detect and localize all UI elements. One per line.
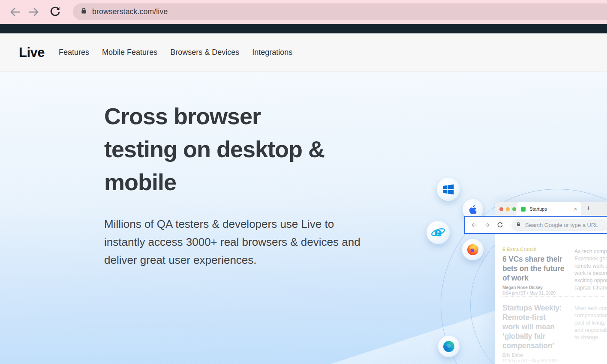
windows-icon <box>437 178 460 201</box>
article-2-title: Startups Weekly: Remote-first work will … <box>502 303 562 350</box>
tab-favicon <box>521 207 526 212</box>
browserstack-live-page: browserstack.com/live Live Features Mobi… <box>0 0 607 364</box>
hero-description: instantly access 3000+ real browsers & d… <box>104 233 361 251</box>
nav-item-features[interactable]: Features <box>59 48 89 57</box>
page-title: testing on desktop & <box>104 133 325 166</box>
back-icon[interactable] <box>9 6 21 18</box>
brand-live[interactable]: Live <box>19 45 45 60</box>
address-bar[interactable]: browserstack.com/live <box>73 3 607 20</box>
hero-description: Millions of QA testers & developers use … <box>104 215 334 233</box>
article-1-excerpt: As tech companie Facebook gear up remote… <box>574 248 607 292</box>
article-separator <box>502 362 607 362</box>
firefox-icon <box>462 239 484 260</box>
mock-back-icon <box>471 221 478 229</box>
mock-reload-icon <box>496 221 504 229</box>
reload-icon[interactable] <box>48 5 61 18</box>
mock-lock-icon <box>516 221 521 229</box>
article-tag: Ė Extra Crunch <box>502 247 537 252</box>
hero-description: deliver great user experiences. <box>104 251 257 269</box>
mock-search-field: Search Google or type a URL <box>511 219 607 231</box>
dark-status-strip <box>0 24 607 33</box>
browser-chrome: browserstack.com/live <box>0 0 607 24</box>
tab-title: Startups <box>529 206 547 212</box>
traffic-light-red <box>499 207 503 211</box>
article-2-author: Eric Eldon <box>502 353 523 358</box>
page-title: Cross browser <box>104 100 261 133</box>
tab-close-icon: × <box>574 206 577 212</box>
mock-browser-content: Ė Extra Crunch 6 VCs share their bets on… <box>495 234 607 364</box>
mock-search-placeholder: Search Google or type a URL <box>525 222 598 228</box>
nav-item-mobile-features[interactable]: Mobile Features <box>102 48 157 57</box>
svg-text:e: e <box>434 226 442 239</box>
article-2-date: 11:30 pm IST • May 30, 2020 <box>502 358 558 363</box>
mock-address-bar: Search Google or type a URL <box>464 216 607 234</box>
mock-forward-icon <box>484 221 491 229</box>
article-1-title: 6 VCs share their bets on the future of … <box>502 254 564 283</box>
article-1-author: Megan Rose Dickey <box>502 285 543 290</box>
edge-icon <box>438 336 460 357</box>
url-text: browserstack.com/live <box>92 7 168 16</box>
forward-icon[interactable] <box>27 6 40 18</box>
traffic-light-green <box>512 207 516 211</box>
article-separator <box>502 296 607 297</box>
page-title: mobile <box>104 166 176 199</box>
nav-item-integrations[interactable]: Integrations <box>252 48 292 57</box>
article-1-date: 8:04 pm IST • May 31, 2020 <box>502 291 556 295</box>
article-2-excerpt: Most tech compa compensation on cost of … <box>574 305 607 341</box>
mock-browser-tabbar: Startups × + <box>495 202 607 216</box>
internet-explorer-icon: e <box>427 221 450 244</box>
lock-icon <box>80 7 88 17</box>
traffic-light-yellow <box>506 207 510 211</box>
product-nav: Live Features Mobile Features Browsers &… <box>0 33 607 72</box>
nav-item-browsers-devices[interactable]: Browsers & Devices <box>170 48 239 57</box>
mock-tab-startups: Startups × <box>517 202 581 216</box>
hero-section: e <box>0 72 607 364</box>
new-tab-icon: + <box>586 204 590 212</box>
